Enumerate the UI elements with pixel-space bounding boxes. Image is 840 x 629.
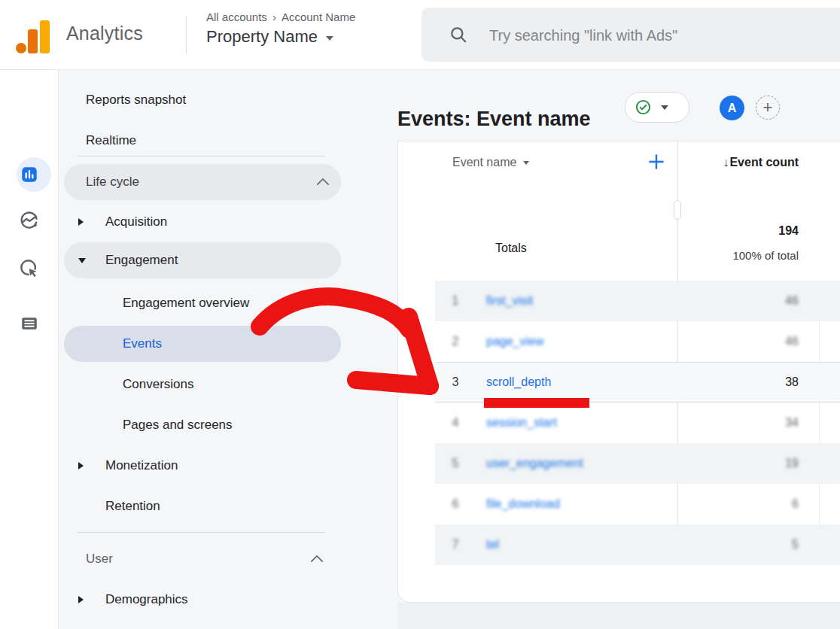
sidebar-item-label: Demographics (105, 592, 188, 607)
rail-advertising-button[interactable] (0, 249, 58, 288)
ga4-app: Analytics All accounts›Account Name Prop… (0, 0, 840, 629)
chevron-up-icon[interactable] (311, 555, 324, 568)
sidebar-item-engagement-overview[interactable]: Engagement overview (58, 283, 397, 324)
triangle-right-icon[interactable] (78, 596, 84, 603)
sidebar-item-label: Realtime (86, 133, 136, 148)
triangle-down-icon[interactable] (78, 258, 86, 263)
header-divider (186, 16, 187, 53)
library-icon (20, 314, 39, 333)
table-row-user_engagement: 5user_engagement19 (435, 443, 840, 484)
sidebar-item-pages-and-screens[interactable]: Pages and screens (58, 405, 397, 445)
sidebar-item-label: Retention (105, 499, 160, 514)
breadcrumb-separator: › (267, 11, 282, 23)
events-table-card: Event name ↓Event count Totals 194 100% … (397, 141, 840, 603)
metric-header-event-count[interactable]: ↓Event count (723, 156, 799, 169)
totals-share: 100% of total (732, 249, 799, 262)
event-name-link[interactable]: session_start (486, 403, 557, 443)
row-index: 2 (444, 321, 467, 362)
table-row-first_visit: 1first_visit46 (435, 281, 840, 321)
sidebar-item-label: Reports snapshot (86, 93, 186, 108)
sidebar-divider (77, 532, 325, 533)
sidebar-item-user[interactable]: User (58, 541, 397, 577)
event-count-value: 6 (792, 484, 799, 524)
reports-icon (20, 165, 39, 184)
page-title: Events: Event name (397, 108, 591, 131)
avatar[interactable]: A (720, 96, 744, 120)
breadcrumb-account-name[interactable]: Account Name (282, 11, 355, 23)
analytics-logo-icon (15, 20, 51, 54)
report-nav-sidebar: Reports snapshotRealtimeLife cycleAcquis… (58, 69, 397, 629)
column-resize-handle[interactable] (674, 200, 681, 220)
sidebar-item-label: Life cycle (86, 175, 139, 190)
search-bar[interactable] (422, 8, 840, 62)
row-index: 7 (444, 524, 467, 565)
event-count-value: 46 (785, 321, 799, 362)
search-input[interactable] (488, 8, 835, 63)
plus-icon (647, 152, 666, 172)
rail-reports-button[interactable] (0, 155, 58, 194)
event-name-link[interactable]: scroll_depth (486, 362, 551, 403)
sidebar-divider (77, 156, 325, 156)
sidebar-item-label: User (86, 552, 113, 567)
sidebar-item-label: Conversions (123, 377, 194, 392)
row-index: 1 (444, 281, 467, 321)
event-name-link[interactable]: page_view (486, 321, 544, 362)
property-switcher[interactable]: Property Name (206, 27, 355, 47)
sidebar-item-acquisition[interactable]: Acquisition (58, 202, 397, 242)
row-index: 3 (444, 362, 467, 403)
top-header: Analytics All accounts›Account Name Prop… (0, 0, 840, 70)
dimension-header-dropdown[interactable]: Event name (452, 156, 529, 169)
sidebar-item-retention[interactable]: Retention (58, 486, 397, 527)
event-name-link[interactable]: user_engagement (486, 443, 583, 484)
table-row-session_start: 4session_start34 (435, 403, 840, 443)
event-name-link[interactable]: tel (486, 524, 499, 565)
sidebar-item-label: Events (123, 336, 162, 351)
rail-explore-button[interactable] (0, 201, 58, 240)
chevron-down-icon (661, 105, 668, 110)
add-comparison-button[interactable]: + (756, 96, 780, 120)
chevron-down-icon (326, 36, 333, 41)
sidebar-item-conversions[interactable]: Conversions (58, 364, 397, 405)
event-count-value: 5 (792, 524, 799, 565)
sidebar-item-events[interactable]: Events (64, 326, 341, 362)
sidebar-item-life-cycle[interactable]: Life cycle (64, 164, 341, 200)
add-dimension-button[interactable] (647, 152, 666, 175)
event-name-link[interactable]: file_download (486, 484, 560, 524)
event-count-value: 38 (785, 362, 799, 403)
chevron-up-icon[interactable] (317, 178, 330, 191)
data-quality-dropdown[interactable] (625, 92, 689, 123)
totals-label: Totals (495, 242, 527, 255)
breadcrumb-all-accounts[interactable]: All accounts (206, 11, 267, 23)
row-index: 4 (444, 403, 467, 443)
icon-rail (0, 69, 59, 629)
totals-value: 194 (778, 224, 799, 238)
check-circle-icon (635, 99, 651, 115)
search-icon (449, 25, 468, 44)
sidebar-item-label: Engagement overview (123, 296, 249, 311)
rail-library-button[interactable] (0, 304, 58, 343)
table-rows: 1first_visit462page_view463scroll_depth3… (435, 281, 840, 565)
sidebar-item-label: Engagement (105, 253, 178, 268)
brand-title: Analytics (66, 23, 143, 44)
row-index: 5 (444, 443, 467, 484)
sidebar-item-label: Acquisition (105, 214, 167, 229)
row-index: 6 (444, 484, 467, 524)
event-name-link[interactable]: first_visit (486, 281, 533, 321)
event-count-value: 46 (785, 281, 799, 321)
property-name: Property Name (206, 27, 318, 47)
table-row-file_download: 6file_download6 (435, 484, 840, 524)
chevron-down-icon (523, 161, 529, 165)
event-count-value: 34 (785, 403, 799, 443)
triangle-right-icon[interactable] (78, 462, 84, 469)
sidebar-item-label: Monetization (105, 458, 178, 473)
event-count-value: 19 (785, 443, 799, 484)
sort-descending-icon: ↓ (723, 156, 729, 169)
triangle-right-icon[interactable] (78, 218, 84, 226)
sidebar-item-engagement[interactable]: Engagement (64, 242, 341, 278)
sidebar-item-realtime[interactable]: Realtime (58, 120, 397, 161)
sidebar-item-reports-snapshot[interactable]: Reports snapshot (58, 80, 397, 120)
sidebar-item-monetization[interactable]: Monetization (58, 445, 397, 486)
sidebar-item-demographics[interactable]: Demographics (58, 579, 397, 620)
sidebar-item-label: Pages and screens (123, 418, 233, 433)
advertising-icon (19, 258, 40, 279)
